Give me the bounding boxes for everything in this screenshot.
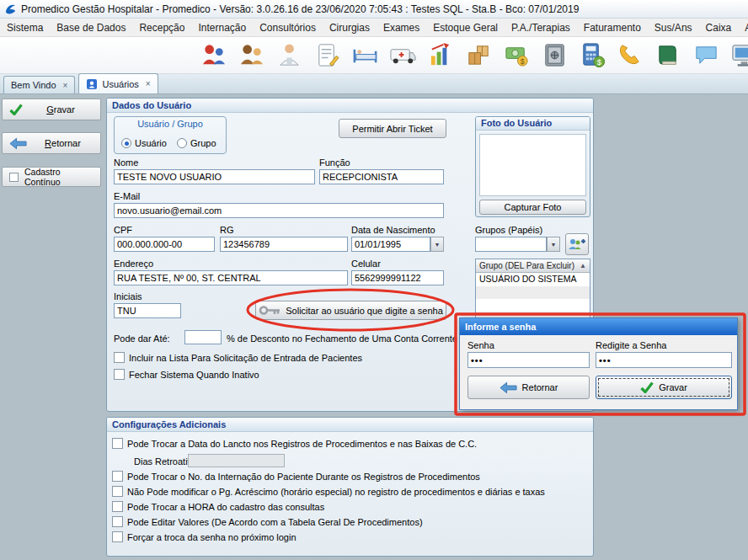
calculator-icon[interactable]: $ [578,40,607,70]
menu-base-de-dados[interactable]: Base de Dados [50,19,132,37]
dialog-title-bar[interactable]: Informe a senha [460,318,737,335]
finance-icon[interactable]: $ [502,40,532,70]
menu-recepcao[interactable]: Recepção [132,19,191,37]
patients-icon[interactable] [199,40,228,70]
celular-input[interactable] [351,270,444,285]
book-icon[interactable] [654,40,683,70]
retornar-button[interactable]: Retornar [2,132,101,154]
grupos-papeis-combo[interactable] [475,237,547,252]
senha-label: Senha [467,340,494,350]
solicitar-senha-button[interactable]: Solicitar ao usuário que digite a senha [255,301,446,320]
menu-internacao[interactable]: Internação [191,19,253,37]
menu-pa-terapias[interactable]: P.A./Terapias [505,19,577,37]
redigite-senha-input[interactable] [596,352,732,368]
funcao-input[interactable] [319,169,444,184]
menu-administracao[interactable]: Administra [738,19,748,37]
menu-consultorios[interactable]: Consultórios [253,19,323,37]
iniciais-input[interactable] [114,303,181,318]
chevron-down-icon: ▼ [435,242,441,248]
stock-icon[interactable] [464,40,494,70]
doctor-icon[interactable] [275,40,304,70]
fechar-sistema-checkbox[interactable] [114,369,125,380]
app-window: Promedico Gestão Hospitalar - Promedico … [0,0,748,560]
chat-icon[interactable] [692,40,721,70]
adicionar-grupo-button[interactable] [565,233,589,255]
redigite-senha-label: Redigite a Senha [596,340,666,350]
tab-strip: Bem Vindo × Usuários × [0,74,748,94]
staff-icon[interactable] [237,40,266,70]
list-stripe [476,286,590,299]
grupo-list-header[interactable]: Grupo (DEL Para Excluir) ▲ [476,259,590,273]
nascimento-dropdown-button[interactable]: ▼ [430,237,444,252]
desconto-input[interactable] [184,330,222,344]
radio-usuario[interactable] [121,138,131,148]
permitir-abrir-ticket-button[interactable]: Permitir Abrir Ticket [339,119,446,138]
config-checkbox-3[interactable] [112,501,123,512]
incluir-lista-label: Incluir na Lista Para Solicitação de Ent… [129,353,362,363]
rg-input[interactable] [220,237,348,252]
radio-grupo[interactable] [177,138,187,148]
chart-icon[interactable] [426,40,456,70]
menu-faturamento[interactable]: Faturamento [577,19,648,37]
gravar-label: Gravar [28,104,94,115]
informe-senha-dialog: Informe a senha Senha Redigite a Senha R… [459,317,738,410]
config-checkbox-2[interactable] [112,486,123,497]
dias-retroativos-input[interactable] [188,454,285,467]
grupo-list[interactable]: Grupo (DEL Para Excluir) ▲ USUÁRIO DO SI… [475,259,590,322]
menu-caixa[interactable]: Caixa [699,19,739,37]
menu-cirurgias[interactable]: Cirurgias [323,19,377,37]
check-icon [640,381,654,393]
email-input[interactable] [114,203,444,218]
nascimento-label: Data de Nascimento [351,225,435,235]
config-checkbox-4[interactable] [112,516,123,527]
arrow-left-icon [9,137,27,150]
menu-exames[interactable]: Exames [377,19,426,37]
menu-sistema[interactable]: Sistema [0,19,50,37]
configuracoes-adicionais-panel: Configurações Adicionais Pode Trocar a D… [106,417,594,557]
dialog-retornar-button[interactable]: Retornar [467,376,590,399]
email-label: E-Mail [114,191,140,201]
phone-icon[interactable] [616,40,645,70]
radio-usuario-label: Usuário [135,138,167,148]
config-label-1: Pode Trocar o No. da Internação do Pacie… [127,472,480,482]
nome-input[interactable] [114,169,315,184]
fechar-sistema-label: Fechar Sistema Quando Inativo [129,370,259,380]
incluir-lista-checkbox[interactable] [114,352,125,363]
tab-bem-vindo-label: Bem Vindo [11,80,56,90]
cadastro-continuo-checkbox[interactable] [9,173,19,182]
tab-usuarios[interactable]: Usuários × [78,73,158,93]
configuracoes-header: Configurações Adicionais [107,418,593,432]
grupos-dropdown-button[interactable]: ▼ [547,237,560,252]
close-icon[interactable]: × [63,81,68,90]
sort-up-icon: ▲ [580,262,586,269]
senha-input[interactable] [467,352,590,368]
tab-usuarios-label: Usuários [102,79,138,89]
config-checkbox-0[interactable] [112,438,123,449]
usuario-grupo-groupbox: Usuário / Grupo Usuário Grupo [114,116,227,154]
safe-icon[interactable] [540,40,569,70]
close-icon[interactable]: × [146,79,151,88]
menu-sus-ans[interactable]: Sus/Ans [648,19,699,37]
tab-bem-vindo[interactable]: Bem Vindo × [3,76,75,93]
config-label-0: Pode Trocar a Data do Lancto nos Registr… [127,439,477,449]
config-checkbox-5[interactable] [112,531,123,542]
menu-estoque-geral[interactable]: Estoque Geral [426,19,505,37]
endereco-label: Endereço [114,259,153,269]
endereco-input[interactable] [114,270,348,285]
dialog-gravar-button[interactable]: Gravar [596,376,732,399]
add-user-icon [568,237,586,251]
clipboard-icon[interactable] [313,40,342,70]
capturar-foto-button[interactable]: Capturar Foto [479,200,586,215]
nascimento-input[interactable] [351,237,430,252]
gravar-button[interactable]: Gravar [2,99,101,120]
funcao-label: Função [319,157,350,168]
config-checkbox-1[interactable] [112,471,123,482]
iniciais-label: Iniciais [114,291,142,301]
ambulance-icon[interactable] [388,40,418,70]
cadastro-continuo-toggle[interactable]: Cadastro Contínuo [2,167,101,187]
monitor-icon[interactable] [729,40,748,70]
app-logo-icon [4,3,17,15]
cpf-input[interactable] [114,237,215,252]
bed-icon[interactable] [350,40,380,70]
grupo-list-row[interactable]: USUÁRIO DO SISTEMA [476,273,590,285]
